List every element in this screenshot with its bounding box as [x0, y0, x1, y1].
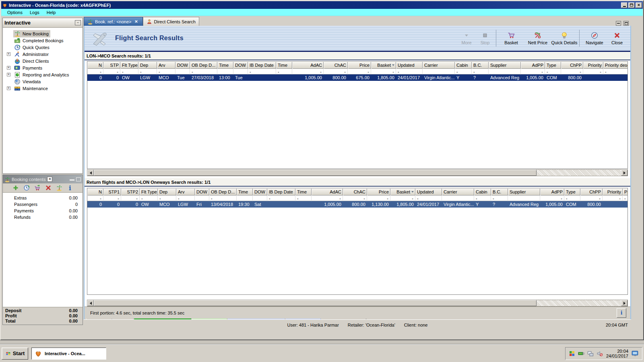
column-header-adpp[interactable]: AdPP — [540, 188, 564, 195]
minimize-pane-button[interactable] — [616, 21, 621, 26]
filter-cell[interactable]: - — [540, 195, 564, 201]
filter-cell[interactable]: - — [415, 195, 442, 201]
result-row[interactable]: 000OWMCOLGWFri13/04/201819:30Sat1,005.00… — [87, 201, 627, 208]
filter-cell[interactable]: - — [583, 69, 603, 74]
minimize-button[interactable] — [621, 2, 627, 8]
column-header-supplier[interactable]: Supplier — [508, 188, 540, 195]
column-header-updated[interactable]: Updated — [415, 188, 442, 195]
filter-cell[interactable] — [489, 69, 521, 74]
filter-cell[interactable]: - — [580, 195, 603, 201]
network-tray-icon[interactable] — [587, 350, 594, 357]
filter-cell[interactable]: - — [209, 195, 237, 201]
column-header-ib-dep-date[interactable]: IB Dep Date — [248, 62, 276, 69]
menu-item-help[interactable]: Help — [43, 9, 60, 16]
menu-item-logs[interactable]: Logs — [26, 9, 43, 16]
column-header-priority[interactable]: Priority — [583, 62, 603, 69]
toolbar-button-to-basket[interactable] — [34, 185, 41, 191]
tab-direct-clients-search[interactable]: Direct Clients Search — [143, 17, 199, 26]
scroll-left-button[interactable] — [87, 170, 94, 176]
menu-item-options[interactable]: Options — [4, 9, 26, 16]
filter-cell[interactable]: - — [87, 69, 103, 74]
toolbar-button-refresh[interactable] — [23, 185, 30, 191]
tab-book-ref-none-[interactable]: Book. ref.: <none>✕ — [84, 17, 143, 26]
close-booking-panel-button[interactable]: × — [47, 177, 52, 182]
scrollbar-thumb[interactable] — [94, 170, 537, 176]
column-header-updated[interactable]: Updated — [396, 62, 423, 69]
filter-cell[interactable]: - — [138, 69, 157, 74]
filter-cell[interactable]: - — [367, 195, 390, 201]
scrollbar-track[interactable] — [537, 300, 621, 306]
filter-cell[interactable] — [233, 69, 248, 74]
filter-cell[interactable] — [217, 69, 233, 74]
column-header-prior[interactable]: Prior — [623, 188, 628, 195]
filter-cell[interactable]: - — [521, 69, 545, 74]
column-header-time[interactable]: Time — [276, 62, 292, 69]
column-header-dep[interactable]: Dep — [138, 62, 157, 69]
column-header-dow[interactable]: DOW — [195, 188, 209, 195]
booking-contents-tab[interactable]: Booking contents × — [3, 175, 83, 183]
toolbar-button-info[interactable] — [67, 185, 73, 191]
column-header-cabin[interactable]: Cabin — [455, 62, 472, 69]
column-header-dep[interactable]: Dep — [158, 188, 176, 195]
column-header-time[interactable]: Time — [237, 188, 253, 195]
scrollbar-thumb[interactable] — [94, 300, 537, 306]
filter-cell[interactable]: - — [292, 69, 324, 74]
filter-cell[interactable]: - — [324, 69, 348, 74]
volume-muted-tray-icon[interactable] — [597, 350, 603, 357]
column-header-flt-type[interactable]: Flt Type — [140, 188, 158, 195]
scrollbar-track[interactable] — [537, 170, 621, 176]
column-header-chac[interactable]: ChAC — [343, 188, 367, 195]
expand-box[interactable]: + — [7, 73, 13, 76]
column-header-adpp[interactable]: AdPP — [521, 62, 545, 69]
close-button[interactable]: Close — [608, 29, 626, 47]
plus-box-icon[interactable]: + — [7, 52, 10, 56]
antivirus-tray-icon[interactable] — [569, 350, 575, 357]
restore-button[interactable] — [628, 2, 635, 8]
filter-cell[interactable]: - — [312, 195, 343, 201]
maximize-pane-button[interactable] — [623, 21, 629, 26]
column-header-price[interactable]: Price — [367, 188, 390, 195]
column-header-stp2[interactable]: STP2 — [121, 188, 140, 195]
start-button[interactable]: Start — [2, 348, 28, 360]
column-header-ob-dep-d-[interactable]: OB Dep D... — [190, 62, 217, 69]
filter-cell[interactable]: - — [157, 69, 175, 74]
column-header-dow[interactable]: DOW — [253, 188, 267, 195]
filter-cell[interactable] — [253, 195, 267, 201]
filter-cell[interactable] — [175, 69, 190, 74]
column-header-stp1[interactable]: STP1 — [103, 188, 121, 195]
column-header-price[interactable]: Price — [348, 62, 371, 69]
plus-box-icon[interactable]: + — [7, 86, 10, 90]
sidebar-item-new-booking[interactable]: New Booking — [3, 30, 83, 37]
filter-cell[interactable]: - — [103, 195, 121, 201]
filter-cell[interactable]: - — [603, 69, 628, 74]
close-tab-icon[interactable]: ✕ — [134, 19, 139, 24]
column-header-time[interactable]: Time — [295, 188, 312, 195]
plus-box-icon[interactable]: + — [7, 73, 10, 76]
column-header-arv[interactable]: Arv — [157, 62, 175, 69]
sidebar-item-quick-quotes[interactable]: Quick Quotes — [3, 44, 83, 51]
filter-cell[interactable]: - — [158, 195, 176, 201]
filter-cell[interactable]: - — [343, 195, 367, 201]
sidebar-item-direct-clients[interactable]: Direct Clients — [3, 58, 83, 64]
network-adapter-tray-icon[interactable] — [578, 350, 584, 357]
show-desktop-icon[interactable] — [632, 350, 639, 357]
filter-cell[interactable] — [195, 195, 209, 201]
filter-cell[interactable]: - — [472, 69, 489, 74]
sidebar-item-viewdata[interactable]: Viewdata — [3, 78, 83, 85]
column-header-supplier[interactable]: Supplier — [489, 62, 521, 69]
filter-cell[interactable] — [442, 195, 474, 201]
column-header-dow[interactable]: DOW — [175, 62, 190, 69]
column-header-dow[interactable]: DOW — [233, 62, 248, 69]
column-header-ib-dep-date[interactable]: IB Dep Date — [267, 188, 295, 195]
column-header-basket[interactable]: Basket — [390, 188, 415, 195]
filter-cell[interactable] — [508, 195, 540, 201]
column-header-n[interactable]: N — [87, 62, 103, 69]
basket-button[interactable]: Basket — [498, 29, 524, 47]
column-header-basket[interactable]: Basket — [371, 62, 396, 69]
filter-cell[interactable]: - — [474, 195, 491, 201]
plus-box-icon[interactable]: + — [7, 66, 10, 70]
filter-cell[interactable]: - — [545, 69, 561, 74]
column-header-priority[interactable]: Priority — [603, 188, 623, 195]
scroll-right-button[interactable] — [621, 300, 627, 306]
column-header-cabin[interactable]: Cabin — [474, 188, 491, 195]
